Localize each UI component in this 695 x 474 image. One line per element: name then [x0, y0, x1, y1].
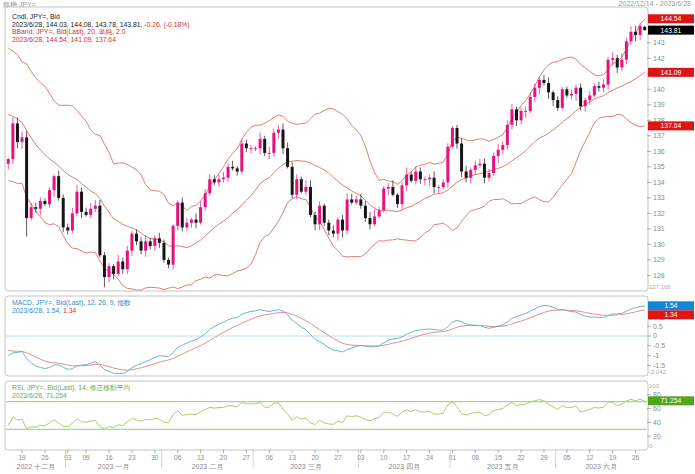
- svg-text:19: 19: [609, 454, 617, 461]
- candle-down: [162, 243, 165, 260]
- candle-down: [455, 128, 458, 144]
- candle-up: [446, 147, 449, 183]
- candle-up: [529, 97, 532, 111]
- candle-down: [391, 187, 394, 195]
- svg-text:1.54: 1.54: [664, 302, 677, 309]
- svg-text:24: 24: [426, 454, 434, 461]
- candle-down: [158, 238, 161, 243]
- candle-up: [625, 41, 628, 60]
- candle-down: [410, 175, 413, 181]
- svg-text:143.81: 143.81: [661, 27, 682, 34]
- svg-text:22: 22: [517, 454, 525, 461]
- candle-down: [597, 86, 600, 88]
- candle-down: [213, 179, 216, 182]
- candle-up: [639, 26, 642, 35]
- svg-text:142: 142: [653, 55, 665, 62]
- candle-up: [295, 179, 298, 195]
- price-axis[interactable]: 1431421411401391381371361351341331321311…: [647, 39, 671, 449]
- svg-text:06: 06: [174, 454, 182, 461]
- candle-up: [94, 206, 97, 209]
- candle-up: [405, 175, 408, 186]
- svg-text:139: 139: [653, 101, 665, 108]
- candle-up: [272, 133, 275, 153]
- candle-down: [332, 230, 335, 233]
- candle-up: [53, 176, 56, 190]
- candle-down: [25, 137, 28, 218]
- candle-up: [387, 187, 390, 189]
- svg-text:131: 131: [653, 225, 665, 232]
- svg-text:05: 05: [563, 454, 571, 461]
- candle-up: [533, 88, 536, 97]
- candle-down: [112, 266, 115, 274]
- chart-canvas[interactable]: 1431421411401391381371361351341331321311…: [0, 0, 695, 474]
- candle-down: [291, 167, 294, 195]
- svg-text:141.09: 141.09: [661, 69, 682, 76]
- candle-down: [556, 100, 559, 108]
- candle-up: [575, 88, 578, 94]
- candle-down: [300, 179, 303, 191]
- candle-up: [11, 123, 14, 159]
- svg-text:26: 26: [41, 454, 49, 461]
- candle-up: [501, 145, 504, 150]
- candle-down: [195, 220, 198, 223]
- svg-text:-0.5: -0.5: [653, 342, 665, 349]
- svg-text:-2.042: -2.042: [649, 369, 667, 375]
- candle-down: [85, 212, 88, 215]
- candle-up: [153, 238, 156, 246]
- svg-text:2022 十二月: 2022 十二月: [16, 463, 55, 471]
- candle-down: [103, 255, 106, 277]
- candle-down: [16, 123, 19, 142]
- svg-text:134: 134: [653, 179, 665, 186]
- svg-text:2023 二月: 2023 二月: [192, 463, 224, 471]
- candle-up: [172, 226, 175, 265]
- candle-up: [373, 217, 376, 225]
- svg-text:08: 08: [472, 454, 480, 461]
- candle-up: [130, 234, 133, 251]
- svg-text:16: 16: [105, 454, 113, 461]
- candle-down: [263, 139, 266, 153]
- svg-text:-1: -1: [653, 352, 659, 359]
- candle-up: [510, 109, 513, 125]
- candle-up: [629, 32, 632, 41]
- candle-down: [579, 88, 582, 107]
- candle-up: [117, 262, 120, 274]
- candle-up: [378, 210, 381, 216]
- svg-text:29: 29: [540, 454, 548, 461]
- candle-up: [478, 164, 481, 166]
- candle-up: [240, 144, 243, 172]
- candle-up: [611, 58, 614, 60]
- candle-up: [108, 266, 111, 277]
- time-axis[interactable]: 1926030916233006132027061320270310172401…: [16, 450, 639, 471]
- candle-up: [524, 111, 527, 112]
- candle-up: [249, 148, 252, 149]
- candle-down: [419, 172, 422, 180]
- rsi-pane[interactable]: [5, 381, 648, 450]
- candle-up: [259, 139, 262, 148]
- candle-up: [497, 150, 500, 156]
- candle-up: [254, 148, 257, 149]
- candle-up: [199, 207, 202, 223]
- candle-down: [542, 80, 545, 83]
- candle-up: [204, 193, 207, 207]
- candle-up: [126, 251, 129, 270]
- pane-frames: [5, 7, 648, 450]
- svg-text:100: 100: [649, 383, 660, 389]
- svg-text:128: 128: [653, 272, 665, 279]
- svg-text:26: 26: [632, 454, 640, 461]
- candle-up: [437, 187, 440, 188]
- svg-text:20: 20: [311, 454, 319, 461]
- candle-down: [515, 109, 518, 120]
- candle-up: [217, 179, 220, 182]
- candle-down: [643, 27, 646, 30]
- candle-down: [286, 148, 289, 167]
- svg-text:136: 136: [653, 148, 665, 155]
- candle-down: [121, 262, 124, 270]
- candle-up: [222, 178, 225, 180]
- candle-down: [341, 220, 344, 231]
- candle-up: [346, 199, 349, 230]
- candle-up: [7, 159, 10, 164]
- candle-up: [304, 187, 307, 192]
- main-price-pane[interactable]: [5, 7, 648, 291]
- candle-down: [547, 83, 550, 92]
- chart-window: 銘柄 JPY= 2022/12/14 - 2023/6/28 143142141…: [0, 0, 695, 474]
